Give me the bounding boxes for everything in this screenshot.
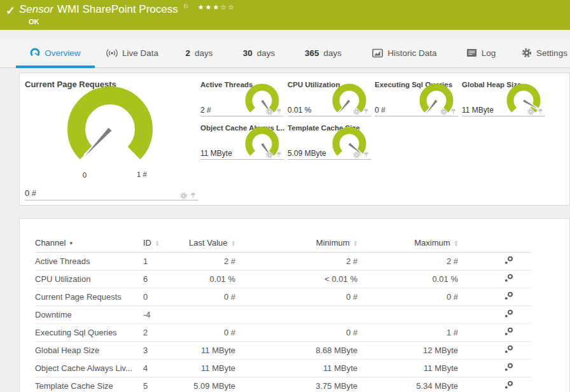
gauge-cpu-utilization: CPU Utilization0.01 %	[288, 81, 373, 124]
gauge-template-cache-size: Template Cache Size5.09 MByte	[288, 124, 373, 167]
table-row: Template Cache Size55.09 MByte3.75 MByte…	[35, 377, 531, 392]
cell-channel: Executing Sql Queries	[35, 324, 143, 342]
cell-actions	[458, 253, 531, 270]
flag-icon[interactable]: ⚐	[183, 3, 189, 10]
tab-label: Historic Data	[387, 48, 436, 58]
cell-id: 6	[143, 270, 188, 288]
pin-icon[interactable]	[275, 151, 282, 158]
channel-settings-icon[interactable]	[504, 309, 513, 318]
gauge-value-row: 0 #	[25, 187, 198, 200]
gear-icon[interactable]	[353, 108, 360, 115]
page-title: WMI SharePoint Process	[57, 3, 178, 16]
cell-id: 3	[143, 342, 188, 360]
column-header-id[interactable]: ID▲▼	[143, 233, 188, 253]
pin-icon[interactable]	[363, 151, 370, 158]
cell-channel: Downtime	[35, 306, 143, 324]
column-header-min[interactable]: Minimum▲▼	[235, 233, 358, 253]
live-data-live-icon	[106, 48, 118, 58]
cell-last: 11 MByte	[188, 342, 235, 360]
gauge-current-page-requests: Current Page Requests 01 # 0 #	[20, 73, 200, 205]
cell-last: 0 #	[188, 288, 235, 306]
cell-id: -4	[143, 306, 188, 324]
pin-icon[interactable]	[363, 108, 370, 115]
cell-actions	[458, 288, 531, 306]
pin-icon[interactable]	[275, 108, 282, 115]
column-header-channel[interactable]: Channel▾	[35, 233, 143, 253]
cell-last: 0 #	[188, 324, 235, 342]
overview-gauge-icon	[30, 48, 40, 58]
cell-max: 0 #	[358, 288, 458, 306]
cell-actions	[458, 377, 531, 392]
tab-label: days	[257, 48, 275, 58]
gauge-value-row: 0 #	[375, 105, 458, 116]
gauge-scale-min: 0	[83, 171, 87, 179]
tab-live-data[interactable]: Live Data	[95, 38, 170, 67]
gauge-current-value: 11 MByte	[200, 149, 232, 158]
cell-max: 2 #	[358, 253, 458, 270]
cell-channel: CPU Utilization	[35, 270, 143, 288]
priority-stars[interactable]: ★★★☆☆	[198, 3, 235, 11]
tab-overview[interactable]: Overview	[16, 38, 95, 67]
cell-actions	[458, 270, 531, 288]
tab-label: Settings	[536, 48, 567, 58]
gear-icon[interactable]	[180, 192, 187, 199]
channel-settings-icon[interactable]	[504, 381, 513, 389]
table-row: Global Heap Size311 MByte8.68 MByte12 MB…	[35, 342, 531, 360]
tab-settings[interactable]: Settings	[510, 38, 570, 67]
table-row: Current Page Requests00 #0 #0 #	[35, 288, 531, 306]
channel-settings-icon[interactable]	[504, 327, 513, 336]
column-label: ID	[143, 238, 151, 248]
cell-last: 5.09 MByte	[188, 377, 235, 392]
tab-label: Log	[482, 48, 496, 58]
tab-bar: OverviewLive Data2days30days365daysHisto…	[0, 38, 570, 68]
column-header-last[interactable]: Last Value▲▼	[188, 233, 235, 253]
channel-settings-icon[interactable]	[504, 256, 513, 265]
column-label: Channel	[35, 238, 66, 248]
gear-icon[interactable]	[527, 108, 534, 115]
gauge-object-cache-always-live: Object Cache Always L...11 MByte	[200, 124, 286, 167]
tab-30-days[interactable]: 30days	[228, 38, 289, 67]
gauge-value-row: 11 MByte	[200, 148, 284, 160]
gear-icon[interactable]	[266, 151, 273, 158]
column-header-max[interactable]: Maximum▲▼	[358, 233, 458, 253]
gauge-dial: 01 #	[40, 83, 180, 180]
sensor-header: ✓ Sensor WMI SharePoint Process ⚐ ★★★☆☆ …	[0, 0, 570, 30]
cell-last: 0.01 %	[188, 270, 235, 288]
cell-actions	[458, 360, 531, 377]
cell-channel: Object Cache Always Liv...	[35, 360, 143, 377]
tab-historic-data[interactable]: Historic Data	[357, 38, 452, 67]
tab-label: Live Data	[122, 48, 158, 58]
cell-id: 5	[143, 377, 188, 392]
cell-actions	[458, 324, 531, 342]
sensor-title-line: Sensor WMI SharePoint Process ⚐ ★★★☆☆	[19, 3, 235, 16]
gear-icon[interactable]	[353, 151, 360, 158]
tab-log[interactable]: Log	[452, 38, 510, 67]
gear-icon[interactable]	[440, 108, 447, 115]
log-log-icon	[466, 48, 477, 57]
cell-max	[358, 306, 458, 324]
pin-icon[interactable]	[537, 108, 544, 115]
column-label: Last Value	[189, 238, 227, 248]
tab-2-days[interactable]: 2days	[170, 38, 228, 67]
cell-last: 2 #	[188, 253, 235, 270]
column-label: Maximum	[414, 238, 450, 248]
tab-365-days[interactable]: 365days	[289, 38, 357, 67]
cell-channel: Template Cache Size	[35, 377, 143, 392]
channel-settings-icon[interactable]	[504, 274, 513, 283]
channel-settings-icon[interactable]	[504, 291, 513, 300]
pin-icon[interactable]	[450, 108, 457, 115]
gear-icon[interactable]	[266, 108, 273, 115]
gauge-current-value: 5.09 MByte	[288, 149, 326, 158]
gauges-panel: Current Page Requests 01 # 0 # Active Th…	[19, 73, 570, 206]
cell-actions	[458, 342, 531, 360]
tab-label: days	[324, 48, 342, 58]
cell-min: 11 MByte	[235, 360, 358, 377]
channel-settings-icon[interactable]	[504, 345, 513, 354]
status-check-icon: ✓	[6, 4, 15, 18]
table-row: Object Cache Always Liv...411 MByte11 MB…	[35, 360, 531, 377]
settings-gear-icon	[522, 48, 532, 58]
channel-settings-icon[interactable]	[504, 363, 513, 372]
cell-min: 2 #	[235, 253, 358, 270]
cell-last	[188, 306, 235, 324]
pin-icon[interactable]	[190, 192, 197, 199]
